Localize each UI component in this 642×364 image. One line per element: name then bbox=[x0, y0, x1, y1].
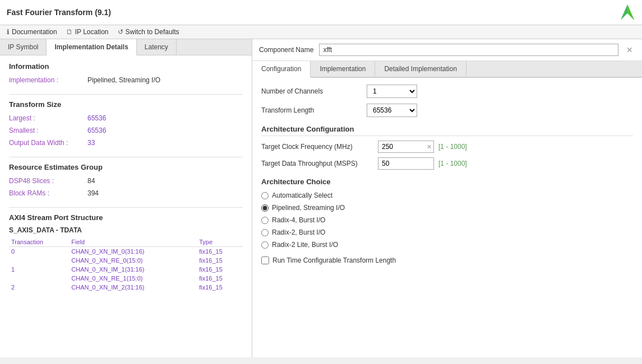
tab-configuration[interactable]: Configuration bbox=[252, 61, 311, 78]
radio-radix4-burst-label: Radix-4, Burst I/O bbox=[272, 216, 325, 224]
transaction-cell bbox=[9, 256, 69, 265]
clock-freq-input[interactable] bbox=[378, 141, 434, 153]
implementation-value: Pipelined, Streaming I/O bbox=[87, 76, 160, 84]
component-name-input[interactable] bbox=[319, 44, 618, 56]
left-content: Information implementation : Pipelined, … bbox=[0, 55, 252, 357]
implementation-row: implementation : Pipelined, Streaming I/… bbox=[9, 75, 243, 85]
data-throughput-label: Target Data Throughput (MSPS) bbox=[261, 160, 373, 167]
component-name-row: Component Name ✕ bbox=[252, 39, 642, 61]
implementation-label: implementation : bbox=[9, 76, 87, 84]
tab-ip-symbol[interactable]: IP Symbol bbox=[0, 39, 47, 55]
radio-auto-select-label: Automatically Select bbox=[272, 192, 332, 199]
data-throughput-range: [1 - 1000] bbox=[438, 160, 467, 167]
data-throughput-row: Target Data Throughput (MSPS) [1 - 1000] bbox=[261, 157, 633, 170]
table-row: 0CHAN_0_XN_IM_0(31:16)fix16_15 bbox=[9, 247, 243, 256]
clear-clock-freq-button[interactable]: ✕ bbox=[427, 143, 432, 151]
left-tab-bar: IP Symbol Implementation Details Latency bbox=[0, 39, 252, 55]
output-data-width-value: 33 bbox=[87, 139, 95, 147]
documentation-link[interactable]: ℹ Documentation bbox=[7, 28, 57, 36]
refresh-icon: ↺ bbox=[118, 28, 123, 36]
num-channels-row: Number of Channels 1248 bbox=[261, 85, 633, 98]
transaction-cell: 0 bbox=[9, 247, 69, 256]
largest-label: Largest : bbox=[9, 114, 87, 122]
type-cell: fix16_15 bbox=[197, 247, 243, 256]
col-field: Field bbox=[69, 237, 197, 247]
output-data-width-label: Output Data Width : bbox=[9, 139, 87, 147]
transaction-cell bbox=[9, 274, 69, 283]
field-cell: CHAN_0_XN_IM_1(31:16) bbox=[69, 265, 197, 274]
type-cell: fix16_15 bbox=[197, 283, 243, 292]
app-title: Fast Fourier Transform (9.1) bbox=[7, 8, 111, 17]
right-content: Number of Channels 1248 Transform Length… bbox=[252, 78, 642, 357]
type-cell: fix16_15 bbox=[197, 256, 243, 265]
switch-defaults-link[interactable]: ↺ Switch to Defaults bbox=[118, 28, 179, 36]
app-header: Fast Fourier Transform (9.1) bbox=[0, 0, 642, 25]
right-panel: Component Name ✕ Configuration Implement… bbox=[252, 39, 642, 357]
clock-freq-row: Target Clock Frequency (MHz) ✕ [1 - 1000… bbox=[261, 141, 633, 153]
arch-choice-title: Architecture Choice bbox=[261, 178, 633, 186]
radio-pipelined-label: Pipelined, Streaming I/O bbox=[272, 204, 345, 212]
component-name-label: Component Name bbox=[259, 46, 313, 54]
transform-length-row: Transform Length 64128256512 10242048409… bbox=[261, 104, 633, 117]
largest-row: Largest : 65536 bbox=[9, 113, 243, 123]
dsp48-row: DSP48 Slices : 84 bbox=[9, 176, 243, 186]
runtime-configurable-checkbox[interactable] bbox=[261, 256, 269, 264]
axi-data-table: Transaction Field Type 0CHAN_0_XN_IM_0(3… bbox=[9, 237, 243, 292]
left-panel: IP Symbol Implementation Details Latency… bbox=[0, 39, 252, 357]
type-cell: fix16_15 bbox=[197, 274, 243, 283]
col-type: Type bbox=[197, 237, 243, 247]
radio-radix2-lite-input[interactable] bbox=[261, 241, 269, 249]
smallest-label: Smallest : bbox=[9, 127, 87, 134]
tab-implementation[interactable]: Implementation bbox=[311, 61, 375, 77]
field-cell: CHAN_0_XN_RE_0(15:0) bbox=[69, 256, 197, 265]
transform-length-select[interactable]: 64128256512 1024204840968192 16384327686… bbox=[367, 104, 417, 117]
data-throughput-input[interactable] bbox=[378, 157, 434, 170]
block-rams-label: Block RAMs : bbox=[9, 189, 87, 197]
runtime-configurable-label: Run Time Configurable Transform Length bbox=[272, 256, 396, 264]
clear-component-name-button[interactable]: ✕ bbox=[624, 45, 635, 54]
radio-pipelined-input[interactable] bbox=[261, 204, 269, 212]
dsp48-label: DSP48 Slices : bbox=[9, 177, 87, 185]
tab-latency[interactable]: Latency bbox=[137, 39, 177, 55]
tab-detailed-implementation[interactable]: Detailed Implementation bbox=[375, 61, 466, 77]
table-row: 1CHAN_0_XN_IM_1(31:16)fix16_15 bbox=[9, 265, 243, 274]
information-title: Information bbox=[9, 62, 243, 71]
field-cell: CHAN_0_XN_RE_1(15:0) bbox=[69, 274, 197, 283]
clock-freq-label: Target Clock Frequency (MHz) bbox=[261, 143, 373, 151]
transaction-cell: 2 bbox=[9, 283, 69, 292]
ip-location-label: IP Location bbox=[75, 28, 109, 36]
type-cell: fix16_15 bbox=[197, 265, 243, 274]
logo-icon bbox=[620, 4, 635, 20]
info-icon: ℹ bbox=[7, 28, 10, 36]
s-axis-subtitle: S_AXIS_DATA - TDATA bbox=[9, 226, 243, 234]
radio-radix2-burst-label: Radix-2, Burst I/O bbox=[272, 228, 325, 236]
toolbar: ℹ Documentation 🗋 IP Location ↺ Switch t… bbox=[0, 25, 642, 39]
table-row: CHAN_0_XN_RE_0(15:0)fix16_15 bbox=[9, 256, 243, 265]
table-row: CHAN_0_XN_RE_1(15:0)fix16_15 bbox=[9, 274, 243, 283]
ip-location-link[interactable]: 🗋 IP Location bbox=[66, 28, 109, 36]
smallest-row: Smallest : 65536 bbox=[9, 125, 243, 136]
output-data-width-row: Output Data Width : 33 bbox=[9, 138, 243, 148]
tab-implementation-details[interactable]: Implementation Details bbox=[47, 39, 136, 55]
radio-radix4-burst-input[interactable] bbox=[261, 217, 269, 224]
radio-auto-select: Automatically Select bbox=[261, 192, 633, 199]
clock-freq-range: [1 - 1000] bbox=[438, 143, 467, 151]
dsp48-value: 84 bbox=[87, 177, 95, 185]
information-section: Information implementation : Pipelined, … bbox=[9, 62, 243, 85]
switch-defaults-label: Switch to Defaults bbox=[126, 28, 179, 36]
largest-value: 65536 bbox=[87, 114, 106, 122]
radio-radix2-burst-input[interactable] bbox=[261, 229, 269, 236]
transaction-cell: 1 bbox=[9, 265, 69, 274]
radio-radix2-lite-label: Radix-2 Lite, Burst I/O bbox=[272, 241, 338, 249]
axi-stream-section: AXI4 Stream Port Structure S_AXIS_DATA -… bbox=[9, 213, 243, 292]
runtime-configurable-row: Run Time Configurable Transform Length bbox=[261, 256, 633, 264]
num-channels-select[interactable]: 1248 bbox=[367, 85, 417, 98]
smallest-value: 65536 bbox=[87, 127, 106, 134]
radio-auto-select-input[interactable] bbox=[261, 192, 269, 199]
field-cell: CHAN_0_XN_IM_2(31:16) bbox=[69, 283, 197, 292]
arch-config-title: Architecture Configuration bbox=[261, 125, 633, 136]
radio-pipelined: Pipelined, Streaming I/O bbox=[261, 204, 633, 212]
block-rams-row: Block RAMs : 394 bbox=[9, 188, 243, 198]
radio-radix2-lite: Radix-2 Lite, Burst I/O bbox=[261, 241, 633, 249]
resource-estimates-title: Resource Estimates Group bbox=[9, 163, 243, 171]
